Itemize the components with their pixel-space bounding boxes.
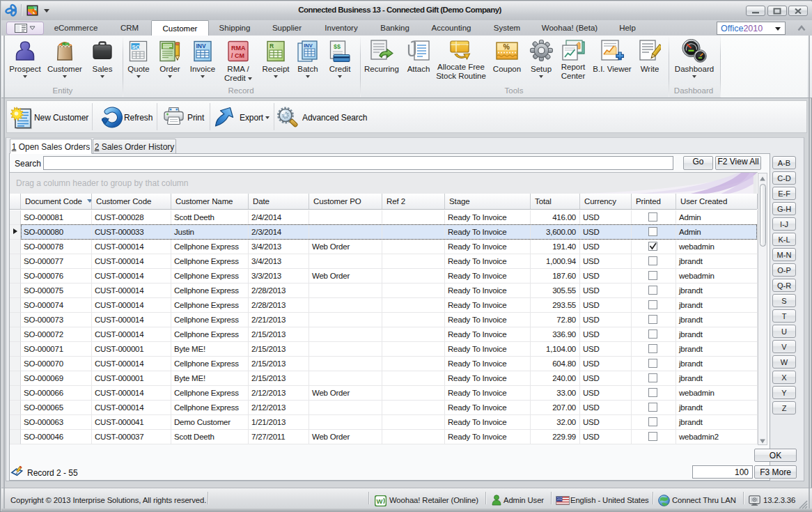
svg-text:$$: $$ [334,43,341,50]
svg-text:/ CM: / CM [231,52,244,59]
svg-text:SQ: SQ [132,43,141,49]
svg-text:R: R [270,42,274,49]
svg-text:RMA: RMA [231,44,246,51]
svg-text:W: W [377,497,383,505]
svg-text:INV: INV [196,42,206,49]
svg-text:%: % [503,42,510,51]
